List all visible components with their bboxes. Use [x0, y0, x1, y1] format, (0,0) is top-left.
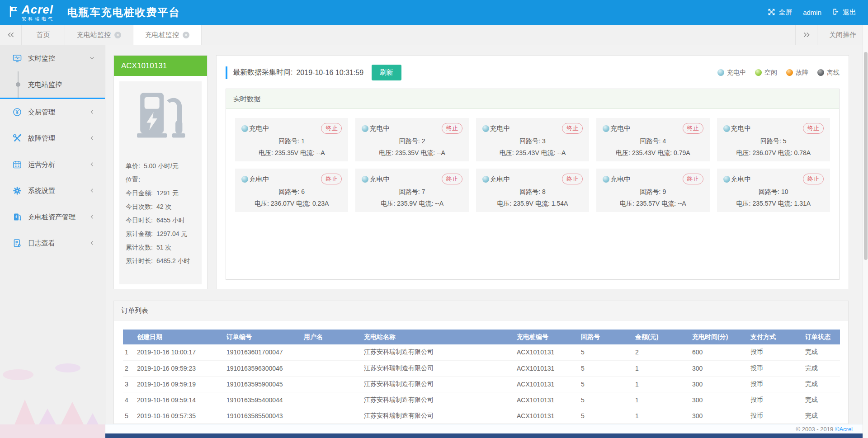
circuit-number: 回路号:1 [241, 137, 342, 146]
scrollbar-thumb[interactable] [864, 52, 868, 260]
table-header-row: 创建日期 订单编号 用户名 充电站名称 充电桩编号 回路号 金额(元) 充电时间… [123, 330, 840, 344]
status-legend: 充电中 空闲 故障 离线 [717, 69, 840, 77]
collect-time-row: 最新数据采集时间: 2019-10-16 10:31:59 刷新 充电中 空闲 … [217, 56, 849, 89]
gear-icon [13, 186, 22, 195]
sidebar-item-pile-assets[interactable]: 充电桩资产管理 [0, 204, 105, 230]
circuit-card: 充电中终止 回路号:4 电压:235.43V电流:0.79A [596, 118, 709, 161]
user-menu[interactable]: admin [803, 9, 821, 16]
circuit-readings: 电压:236.07V电流:0.78A [723, 149, 824, 157]
table-row: 42019-10-16 09:59:141910163595400044江苏安科… [123, 392, 840, 408]
stat-today-duration: 今日时长:6455 小时 [119, 213, 202, 227]
col-circuit: 回路号 [579, 330, 633, 344]
circuit-number: 回路号:9 [603, 188, 703, 196]
charging-status-icon [241, 176, 248, 183]
acrel-logo: Acrel 安科瑞电气 [9, 4, 55, 21]
chevron-left-icon [89, 161, 95, 169]
sidebar-item-transactions[interactable]: 交易管理 [0, 99, 105, 125]
tab-home[interactable]: 首页 [22, 25, 65, 45]
bottom-pagination-strip [105, 433, 863, 438]
footer-brand-link[interactable]: ©Acrel [835, 426, 853, 433]
stop-button[interactable]: 终止 [321, 174, 342, 184]
timeline-dot-icon [16, 82, 20, 87]
sidebar-item-settings[interactable]: 系统设置 [0, 178, 105, 204]
stop-button[interactable]: 终止 [803, 174, 824, 184]
vertical-scrollbar[interactable] [863, 25, 868, 438]
circuit-readings: 电压:235.9V电流:--A [362, 200, 462, 208]
circuit-card: 充电中终止 回路号:2 电压:235.35V电流:--A [355, 118, 468, 161]
stop-button[interactable]: 终止 [442, 123, 462, 134]
collect-time-value: 2019-10-16 10:31:59 [296, 69, 363, 77]
sidebar-item-faults[interactable]: 故障管理 [0, 125, 105, 151]
stat-today-amount: 今日金额:1291 元 [119, 186, 202, 200]
tab-bar: 首页 充电站监控 × 充电桩监控 × 关闭操作 [0, 25, 868, 45]
stat-unit-price: 单价:5.00 小时/元 [119, 159, 202, 173]
sidebar-item-station-monitor[interactable]: 充电站监控 [0, 71, 105, 98]
stat-location: 位置: [119, 173, 202, 186]
stop-button[interactable]: 终止 [683, 123, 703, 134]
table-row: 22019-10-16 09:59:231910163596300046江苏安科… [123, 360, 840, 376]
col-user: 用户名 [302, 330, 362, 344]
main-content: ACX1010131 单价:5.00 小时/元 位置: 今日金额:1291 [105, 45, 863, 438]
legend-charging: 充电中 [717, 69, 746, 77]
chevron-left-icon [89, 135, 95, 142]
charging-status-icon [241, 125, 248, 132]
stat-total-count: 累计次数:51 次 [119, 240, 202, 254]
order-list-title: 订单列表 [114, 301, 848, 320]
circuit-number: 回路号:10 [723, 188, 824, 196]
circuit-readings: 电压:235.43V电流:--A [482, 149, 583, 157]
stop-button[interactable]: 终止 [803, 123, 824, 134]
stat-total-amount: 累计金额:1297.04 元 [119, 227, 202, 240]
stat-today-count: 今日次数:42 次 [119, 200, 202, 213]
refresh-button[interactable]: 刷新 [372, 65, 401, 80]
close-operations-menu[interactable]: 关闭操作 [817, 25, 868, 45]
circuit-number: 回路号:3 [482, 137, 583, 146]
table-row: 52019-10-16 09:57:351910163585500043江苏安科… [123, 408, 840, 424]
logout-button[interactable]: 退出 [832, 8, 856, 17]
close-tab-icon[interactable]: × [183, 32, 189, 38]
col-station: 充电站名称 [362, 330, 515, 344]
stop-button[interactable]: 终止 [683, 174, 703, 184]
sidebar-item-analytics[interactable]: 运营分析 [0, 151, 105, 178]
copyright-text: © 2003 - 2019 [796, 426, 835, 433]
sidebar-item-logs[interactable]: 日志查看 [0, 230, 105, 256]
charging-status-icon [482, 125, 489, 132]
tab-station-monitor[interactable]: 充电站监控 × [65, 25, 133, 45]
fullscreen-button[interactable]: 全屏 [768, 8, 792, 17]
sidebar-group-realtime: 实时监控 充电站监控 [0, 45, 105, 98]
realtime-data-body: 充电中终止 回路号:1 电压:235.35V电流:--A 充电中终止 回路号:2… [226, 109, 839, 221]
stop-button[interactable]: 终止 [562, 123, 583, 134]
chevron-left-icon [89, 108, 95, 116]
pile-stats-box: 单价:5.00 小时/元 位置: 今日金额:1291 元 今日次数:42 次 今… [119, 81, 202, 284]
col-index [123, 330, 135, 344]
circuit-card: 充电中终止 回路号:5 电压:236.07V电流:0.78A [717, 118, 830, 161]
stop-button[interactable]: 终止 [562, 174, 583, 184]
fullscreen-icon [768, 8, 775, 17]
circuit-readings: 电压:235.35V电流:--A [362, 149, 462, 157]
stop-button[interactable]: 终止 [321, 123, 342, 134]
circuit-number: 回路号:4 [603, 137, 703, 146]
monitor-icon [13, 54, 22, 63]
circuit-readings: 电压:235.57V电流:--A [603, 200, 703, 208]
chevron-left-icon [89, 187, 95, 195]
circuit-readings: 电压:236.07V电流:0.23A [241, 200, 342, 208]
accent-bar [226, 66, 227, 79]
charging-status-icon [362, 176, 368, 183]
acrel-flag-icon [9, 6, 19, 19]
calendar-icon [13, 160, 22, 169]
charging-status-icon [603, 125, 609, 132]
tools-icon [13, 134, 22, 143]
circuit-card: 充电中终止 回路号:1 电压:235.35V电流:--A [235, 118, 348, 161]
circuit-number: 回路号:6 [241, 188, 342, 196]
circuit-card: 充电中终止 回路号:9 电压:235.57V电流:--A [596, 169, 709, 212]
sidebar-item-realtime-monitor[interactable]: 实时监控 [0, 45, 105, 71]
charging-station-icon [134, 89, 187, 144]
stop-button[interactable]: 终止 [442, 174, 462, 184]
tabs-scroll-right-button[interactable] [795, 25, 817, 45]
circuit-readings: 电压:235.9V电流:1.54A [482, 200, 583, 208]
close-tab-icon[interactable]: × [114, 32, 121, 38]
tab-pile-monitor[interactable]: 充电桩监控 × [133, 25, 202, 45]
tabs-scroll-left-button[interactable] [0, 25, 22, 45]
circuit-number: 回路号:2 [362, 137, 462, 146]
brand-subtitle: 安科瑞电气 [22, 17, 55, 21]
col-amount: 金额(元) [633, 330, 690, 344]
